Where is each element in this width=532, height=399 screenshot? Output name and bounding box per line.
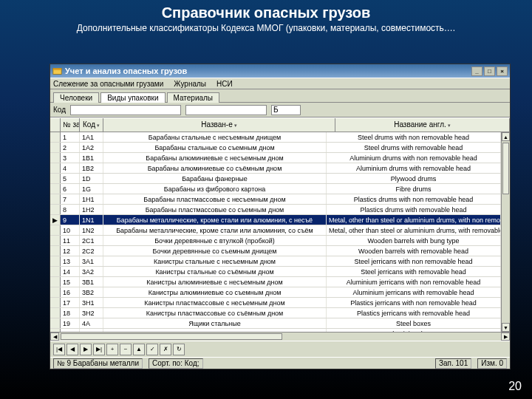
nav-last[interactable]: ▶|: [93, 344, 105, 355]
cell-kod: 1G: [80, 184, 103, 194]
row-marker: [50, 308, 61, 318]
table-row[interactable]: 31B1Барабаны алюминиевые с несъемным дно…: [50, 153, 501, 163]
cell-kod: 3B1: [80, 277, 103, 287]
table-row[interactable]: 112C1Бочки деревянные с втулкой (пробкой…: [50, 236, 501, 246]
nav-delete[interactable]: −: [120, 344, 132, 355]
cell-eng: Aluminium drums with non removable head: [327, 153, 501, 163]
row-marker: ▶: [50, 215, 61, 225]
tabs-row: Человеки Виды упаковки Материалы: [50, 89, 510, 103]
row-marker: [50, 298, 61, 307]
cell-eng: Plastics drums with non removable head: [327, 194, 501, 204]
nav-prev[interactable]: ◀: [66, 344, 78, 355]
cell-eng: Wooden barrels with bung type: [327, 236, 501, 245]
cell-eng: Plywood drums: [327, 174, 501, 183]
header-kod[interactable]: Код: [80, 118, 103, 132]
nav-next[interactable]: ▶: [80, 344, 92, 355]
close-button[interactable]: ×: [497, 66, 508, 76]
table-row[interactable]: 21A2Барабаны стальные со съемным дномSte…: [50, 143, 501, 153]
scroll-right-arrow[interactable]: ▶: [501, 332, 510, 341]
scroll-up-arrow[interactable]: ▲: [502, 132, 510, 141]
cell-kod: 1A1: [80, 132, 103, 142]
filter-input-3[interactable]: [271, 105, 301, 115]
cell-name: Барабаны алюминиевые со съёмным дном: [103, 163, 327, 173]
svg-rect-1: [53, 68, 61, 69]
tab-packaging-types[interactable]: Виды упаковки: [100, 92, 165, 103]
cell-num: 5: [61, 174, 80, 183]
cell-name: Барабаны стальные с несъемным днищем: [103, 132, 327, 142]
menu-nsi[interactable]: НСИ: [216, 80, 233, 88]
cell-kod: 3B2: [80, 287, 103, 297]
cell-eng: Metal, other than steel or aluminium dru…: [327, 225, 501, 235]
cell-name: Барабаны пластмассовые со съемным дном: [103, 205, 327, 214]
nav-edit[interactable]: ▲: [133, 344, 145, 355]
menu-journals[interactable]: Журналы: [174, 80, 206, 88]
nav-refresh[interactable]: ↻: [173, 344, 185, 355]
hscroll-thumb[interactable]: [61, 333, 282, 340]
tab-materials[interactable]: Материалы: [167, 92, 220, 103]
table-row[interactable]: 51DБарабаны фанерныеPlywood drums: [50, 174, 501, 184]
cell-kod: 1D: [80, 174, 103, 183]
page-number: 20: [508, 380, 522, 393]
table-row[interactable]: 71H1Барабаны пластмассовые с несъемным д…: [50, 194, 501, 205]
table-row[interactable]: 163B2Канистры алюминиевые со съемным дно…: [50, 287, 501, 298]
vertical-scrollbar[interactable]: ▲ ▼: [501, 132, 510, 332]
scroll-down-arrow[interactable]: ▼: [502, 323, 510, 332]
row-marker: [50, 236, 61, 245]
cell-eng: Plastics jerricans with non removable he…: [327, 298, 501, 307]
table-row[interactable]: 204BЯщики алюминиевыеAluminium boxes: [50, 329, 501, 332]
cell-num: 19: [61, 318, 80, 328]
horizontal-scrollbar[interactable]: ◀ ▶: [50, 332, 510, 341]
cell-eng: Wooden barrels with removable head: [327, 246, 501, 256]
cell-name: Канистры стальные со съёмным дном: [103, 267, 327, 276]
slide-title: Справочник опасных грузов: [0, 0, 532, 23]
row-marker: [50, 277, 61, 287]
table-row[interactable]: 101N2Барабаны металлические, кроме стали…: [50, 225, 501, 236]
scroll-left-arrow[interactable]: ◀: [50, 332, 59, 341]
table-row[interactable]: ▶91N1Барабаны металлические, кроме стали…: [50, 215, 501, 225]
cell-eng: Steel drums with removable head: [327, 143, 501, 152]
cell-name: Барабаны стальные со съемным дном: [103, 143, 327, 152]
nav-add[interactable]: +: [106, 344, 118, 355]
data-grid: 11A1Барабаны стальные с несъемным днищем…: [50, 132, 510, 332]
table-row[interactable]: 183H2Канистры пластмассовые со съёмным д…: [50, 308, 501, 318]
cell-name: Ящики алюминиевые: [103, 329, 327, 332]
row-marker: [50, 132, 61, 142]
maximize-button[interactable]: □: [484, 66, 495, 76]
status-bar: № 9 Барабаны металли Сорт. по: Код; Зап.…: [50, 357, 510, 369]
cell-eng: Aluminium jerricans with non removable h…: [327, 277, 501, 287]
cell-name: Канистры пластмассовые со съёмным дном: [103, 308, 327, 318]
cell-num: 14: [61, 267, 80, 276]
nav-first[interactable]: |◀: [53, 344, 65, 355]
cell-kod: 3A2: [80, 267, 103, 276]
header-num[interactable]: № запи: [61, 118, 80, 132]
tab-persons[interactable]: Человеки: [53, 92, 99, 103]
nav-cancel[interactable]: ✗: [160, 344, 171, 355]
cell-kod: 3A1: [80, 256, 103, 266]
table-row[interactable]: 61GБарабаны из фибрового картонаFibre dr…: [50, 184, 501, 194]
header-name[interactable]: Назван-е: [103, 118, 335, 132]
filter-input-2[interactable]: [185, 105, 267, 115]
row-marker: [50, 194, 61, 204]
filter-input-code[interactable]: [70, 105, 181, 115]
table-row[interactable]: 153B1Канистры алюминиевые с несъемным дн…: [50, 277, 501, 287]
menu-tracking[interactable]: Слежение за опасными грузами: [53, 80, 163, 88]
status-count: Зап. 101: [435, 358, 471, 369]
cell-kod: 2C2: [80, 246, 103, 256]
table-row[interactable]: 143A2Канистры стальные со съёмным дномSt…: [50, 267, 501, 277]
table-row[interactable]: 173H1Канистры пластмассовые с несъемным …: [50, 298, 501, 308]
table-row[interactable]: 194AЯщики стальныеSteel boxes: [50, 318, 501, 329]
table-row[interactable]: 41B2Барабаны алюминиевые со съёмным дном…: [50, 163, 501, 174]
cell-num: 16: [61, 287, 80, 297]
table-row[interactable]: 122C2Бочки деревянные со съемным днищемW…: [50, 246, 501, 256]
table-row[interactable]: 81H2Барабаны пластмассовые со съемным дн…: [50, 205, 501, 215]
minimize-button[interactable]: _: [471, 66, 482, 76]
table-row[interactable]: 133A1Канистры стальные с несъемным дномS…: [50, 256, 501, 267]
nav-post[interactable]: ✓: [146, 344, 158, 355]
vscroll-thumb[interactable]: [502, 143, 509, 194]
row-marker: [50, 267, 61, 276]
header-eng[interactable]: Название англ.: [335, 118, 510, 132]
table-row[interactable]: 11A1Барабаны стальные с несъемным днищем…: [50, 132, 501, 143]
cell-kod: 3H2: [80, 308, 103, 318]
cell-num: 8: [61, 205, 80, 214]
cell-name: Канистры стальные с несъемным дном: [103, 256, 327, 266]
